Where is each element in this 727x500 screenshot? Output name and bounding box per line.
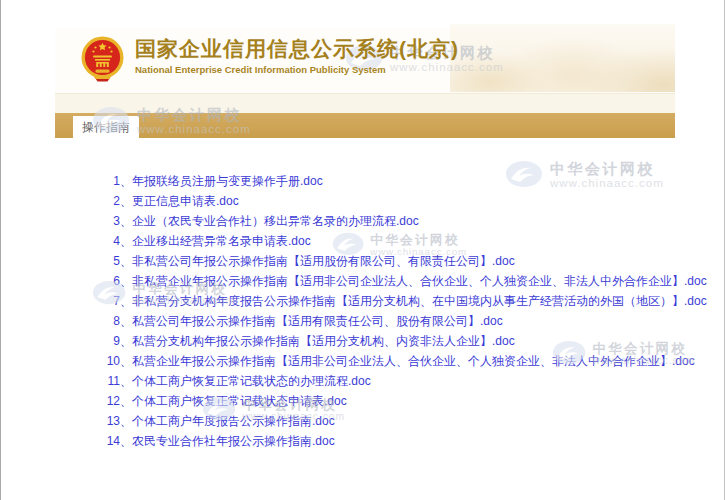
- doc-list-item: 4、 企业移出经营异常名录申请表.doc: [55, 231, 675, 251]
- doc-number: 7、: [105, 291, 132, 311]
- doc-list-item: 8、 私营公司年报公示操作指南【适用有限责任公司、股份有限公司】.doc: [55, 311, 675, 331]
- doc-link[interactable]: 农民专业合作社年报公示操作指南.doc: [132, 431, 335, 451]
- doc-number: 6、: [105, 271, 132, 291]
- doc-number: 4、: [105, 231, 132, 251]
- doc-list-item: 6、 非私营企业年报公示操作指南【适用非公司企业法人、合伙企业、个人独资企业、非…: [55, 271, 675, 291]
- doc-list-item: 11、 个体工商户恢复正常记载状态的办理流程.doc: [55, 371, 675, 391]
- doc-list-item: 7、 非私营分支机构年度报告公示操作指南【适用分支机构、在中国境内从事生产经营活…: [55, 291, 675, 311]
- doc-number: 1、: [105, 171, 132, 191]
- doc-list-item: 1、 年报联络员注册与变更操作手册.doc: [55, 171, 675, 191]
- site-subtitle: National Enterprise Credit Information P…: [135, 64, 459, 75]
- page-right-border: [724, 0, 725, 500]
- doc-list-item: 12、 个体工商户恢复正常记载状态申请表.doc: [55, 391, 675, 411]
- doc-list-item: 13、 个体工商户年度报告公示操作指南.doc: [55, 411, 675, 431]
- doc-list-item: 14、 农民专业合作社年报公示操作指南.doc: [55, 431, 675, 451]
- doc-number: 3、: [105, 211, 132, 231]
- site-title: 国家企业信用信息公示系统(北京): [135, 36, 459, 62]
- site-header: 国家企业信用信息公示系统(北京) National Enterprise Cre…: [55, 28, 675, 93]
- content-area: 1、 年报联络员注册与变更操作手册.doc 2、 更正信息申请表.doc 3、 …: [55, 138, 675, 481]
- doc-list-item: 2、 更正信息申请表.doc: [55, 191, 675, 211]
- doc-number: 8、: [105, 311, 132, 331]
- doc-link[interactable]: 个体工商户恢复正常记载状态申请表.doc: [132, 391, 347, 411]
- landscape-watermark-image: [450, 24, 675, 92]
- doc-number: 13、: [105, 411, 132, 431]
- doc-number: 12、: [105, 391, 132, 411]
- document-list: 1、 年报联络员注册与变更操作手册.doc 2、 更正信息申请表.doc 3、 …: [55, 171, 675, 451]
- doc-link[interactable]: 私营分支机构年报公示操作指南【适用分支机构、内资非法人企业】.doc: [132, 331, 515, 351]
- doc-list-item: 9、 私营分支机构年报公示操作指南【适用分支机构、内资非法人企业】.doc: [55, 331, 675, 351]
- doc-number: 11、: [105, 371, 132, 391]
- nav-bar: 操作指南: [55, 113, 675, 138]
- doc-list-item: 10、 私营企业年报公示操作指南【适用非公司企业法人、合伙企业、个人独资企业、非…: [55, 351, 675, 371]
- doc-list-item: 3、 企业（农民专业合作社）移出异常名录的办理流程.doc: [55, 211, 675, 231]
- doc-link[interactable]: 私营企业年报公示操作指南【适用非公司企业法人、合伙企业、个人独资企业、非法人中外…: [132, 351, 695, 371]
- browser-page: 国家企业信用信息公示系统(北京) National Enterprise Cre…: [0, 0, 727, 500]
- page-left-border: [0, 0, 1, 500]
- tab-operation-guide[interactable]: 操作指南: [73, 116, 139, 138]
- site-brand: 国家企业信用信息公示系统(北京) National Enterprise Cre…: [80, 36, 459, 86]
- doc-link[interactable]: 个体工商户恢复正常记载状态的办理流程.doc: [132, 371, 371, 391]
- doc-number: 14、: [105, 431, 132, 451]
- doc-link[interactable]: 企业（农民专业合作社）移出异常名录的办理流程.doc: [132, 211, 419, 231]
- doc-link[interactable]: 更正信息申请表.doc: [132, 191, 239, 211]
- doc-link[interactable]: 个体工商户年度报告公示操作指南.doc: [132, 411, 335, 431]
- doc-link[interactable]: 企业移出经营异常名录申请表.doc: [132, 231, 311, 251]
- doc-list-item: 5、 非私营公司年报公示操作指南【适用股份有限公司、有限责任公司】.doc: [55, 251, 675, 271]
- national-emblem-icon: [80, 36, 125, 86]
- doc-number: 10、: [105, 351, 132, 371]
- doc-number: 2、: [105, 191, 132, 211]
- header-divider-strip: [55, 93, 675, 113]
- doc-link[interactable]: 私营公司年报公示操作指南【适用有限责任公司、股份有限公司】.doc: [132, 311, 503, 331]
- main-container: 国家企业信用信息公示系统(北京) National Enterprise Cre…: [55, 0, 675, 481]
- doc-link[interactable]: 非私营企业年报公示操作指南【适用非公司企业法人、合伙企业、个人独资企业、非法人中…: [132, 271, 707, 291]
- brand-text: 国家企业信用信息公示系统(北京) National Enterprise Cre…: [135, 36, 459, 75]
- doc-link[interactable]: 年报联络员注册与变更操作手册.doc: [132, 171, 323, 191]
- doc-number: 5、: [105, 251, 132, 271]
- doc-link[interactable]: 非私营公司年报公示操作指南【适用股份有限公司、有限责任公司】.doc: [132, 251, 515, 271]
- doc-link[interactable]: 非私营分支机构年度报告公示操作指南【适用分支机构、在中国境内从事生产经营活动的外…: [132, 291, 707, 311]
- doc-number: 9、: [105, 331, 132, 351]
